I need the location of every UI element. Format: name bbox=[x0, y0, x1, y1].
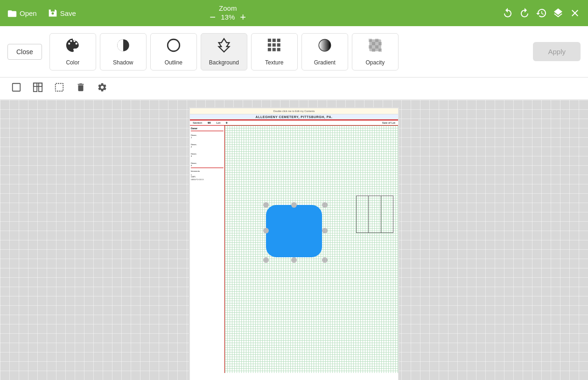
shadow-label: Shadow bbox=[113, 59, 133, 66]
gradient-icon bbox=[317, 37, 333, 56]
svg-rect-6 bbox=[273, 43, 276, 47]
size-label: Size of Lot bbox=[382, 121, 395, 124]
shape-selection[interactable] bbox=[266, 205, 322, 257]
undo-button[interactable] bbox=[502, 7, 513, 19]
handle-top-left[interactable] bbox=[263, 202, 269, 208]
svg-rect-10 bbox=[277, 48, 280, 51]
select-tool-button[interactable] bbox=[50, 80, 68, 97]
canvas-toolbar bbox=[0, 77, 588, 100]
document[interactable]: Double click me to Edit my Contents ALLE… bbox=[189, 107, 399, 380]
doc-right-col bbox=[225, 126, 398, 373]
zoom-value: 13% bbox=[219, 13, 236, 21]
handle-bottom-right[interactable] bbox=[322, 257, 328, 263]
save-button[interactable]: Save bbox=[48, 8, 76, 18]
outline-icon bbox=[166, 37, 182, 56]
tool-background[interactable]: Background bbox=[201, 33, 247, 70]
texture-icon bbox=[266, 37, 282, 56]
svg-rect-3 bbox=[273, 39, 276, 42]
background-label: Background bbox=[209, 59, 239, 66]
toolbar: Close Color Shadow Outline Background Te… bbox=[0, 26, 588, 77]
svg-rect-28 bbox=[369, 39, 381, 51]
tool-shadow[interactable]: Shadow bbox=[100, 33, 147, 70]
layers-button[interactable] bbox=[553, 7, 564, 19]
doc-left-col: Owner Owner,1 Owner,2 Owner,3 Owner,4 In… bbox=[190, 126, 225, 373]
section-label: Section bbox=[193, 121, 202, 124]
handle-left[interactable] bbox=[263, 228, 269, 233]
zoom-control: Zoom − 13% + bbox=[210, 4, 246, 22]
opacity-label: Opacity bbox=[365, 59, 385, 66]
outline-label: Outline bbox=[165, 59, 182, 66]
owner-4: Owner,4 bbox=[191, 158, 224, 168]
svg-rect-5 bbox=[268, 43, 271, 47]
svg-point-11 bbox=[319, 39, 331, 51]
handle-top[interactable] bbox=[291, 202, 297, 208]
crop-tool-button[interactable] bbox=[29, 80, 47, 97]
tool-color[interactable]: Color bbox=[49, 33, 96, 70]
svg-point-1 bbox=[168, 39, 180, 51]
canvas-area[interactable]: Double click me to Edit my Contents ALLE… bbox=[0, 100, 588, 380]
shadow-icon bbox=[115, 37, 131, 56]
owner-1: Owner,1 bbox=[191, 131, 224, 140]
doc-title: ALLEGHENY CEMETERY, PITTSBURGH, PA. bbox=[192, 115, 396, 119]
opacity-icon bbox=[367, 37, 383, 56]
lot-diagram bbox=[356, 196, 393, 233]
doc-header-row: ALLEGHENY CEMETERY, PITTSBURGH, PA. bbox=[190, 114, 398, 120]
zoom-plus-button[interactable]: + bbox=[240, 12, 246, 22]
doc-hint: Double click me to Edit my Contents bbox=[190, 108, 398, 114]
top-bar: Open Save Zoom − 13% + bbox=[0, 0, 588, 26]
tool-opacity[interactable]: Opacity bbox=[352, 33, 399, 70]
zoom-minus-button[interactable]: − bbox=[210, 12, 216, 22]
handle-top-right[interactable] bbox=[322, 202, 328, 208]
lot-label: Lot bbox=[217, 121, 220, 124]
tool-outline[interactable]: Outline bbox=[150, 33, 197, 70]
blue-shape[interactable] bbox=[266, 205, 322, 257]
close-toolbar-button[interactable]: Close bbox=[7, 44, 42, 60]
svg-rect-30 bbox=[34, 83, 37, 91]
history-button[interactable] bbox=[536, 7, 547, 19]
section-number: 90 bbox=[208, 121, 211, 124]
handle-bottom-left[interactable] bbox=[263, 257, 269, 263]
delete-tool-button[interactable] bbox=[72, 80, 90, 97]
svg-rect-32 bbox=[39, 83, 42, 91]
lot-number: 9 bbox=[226, 121, 227, 124]
interments-1: 111875 bbox=[191, 173, 224, 179]
redo-button[interactable] bbox=[519, 7, 530, 19]
apply-button[interactable]: Apply bbox=[533, 42, 581, 61]
tool-texture[interactable]: Texture bbox=[251, 33, 298, 70]
open-label: Open bbox=[20, 9, 37, 17]
color-icon bbox=[65, 37, 81, 56]
color-label: Color bbox=[66, 59, 79, 66]
interments-header: Interments bbox=[191, 168, 224, 173]
handle-right[interactable] bbox=[322, 228, 328, 233]
owner-3: Owner,3 bbox=[191, 149, 224, 158]
save-label: Save bbox=[60, 9, 76, 17]
svg-rect-8 bbox=[268, 48, 271, 51]
background-icon bbox=[216, 37, 232, 56]
owner-2: Owner,2 bbox=[191, 140, 224, 149]
svg-rect-33 bbox=[56, 83, 63, 91]
open-button[interactable]: Open bbox=[7, 8, 37, 18]
document-wrapper: Double click me to Edit my Contents ALLE… bbox=[189, 107, 399, 380]
top-bar-right bbox=[502, 7, 581, 19]
svg-rect-29 bbox=[13, 83, 21, 91]
svg-rect-4 bbox=[277, 39, 280, 42]
doc-section-row: Section 90 Lot 9 Size of Lot bbox=[190, 120, 398, 126]
settings-tool-button[interactable] bbox=[93, 80, 111, 97]
handle-bottom[interactable] bbox=[291, 257, 297, 263]
zoom-title: Zoom bbox=[219, 4, 237, 12]
texture-label: Texture bbox=[265, 59, 283, 66]
interments-name: NARA PCHOECK bbox=[191, 179, 224, 181]
svg-rect-7 bbox=[277, 43, 280, 47]
svg-rect-31 bbox=[34, 83, 42, 86]
gradient-label: Gradient bbox=[314, 59, 336, 66]
close-button[interactable] bbox=[569, 7, 581, 19]
svg-rect-9 bbox=[273, 48, 276, 51]
svg-rect-2 bbox=[268, 39, 271, 42]
doc-body: Owner Owner,1 Owner,2 Owner,3 Owner,4 In… bbox=[190, 126, 398, 373]
owner-header: Owner bbox=[191, 127, 224, 131]
frame-tool-button[interactable] bbox=[7, 80, 25, 97]
tool-gradient[interactable]: Gradient bbox=[301, 33, 348, 70]
